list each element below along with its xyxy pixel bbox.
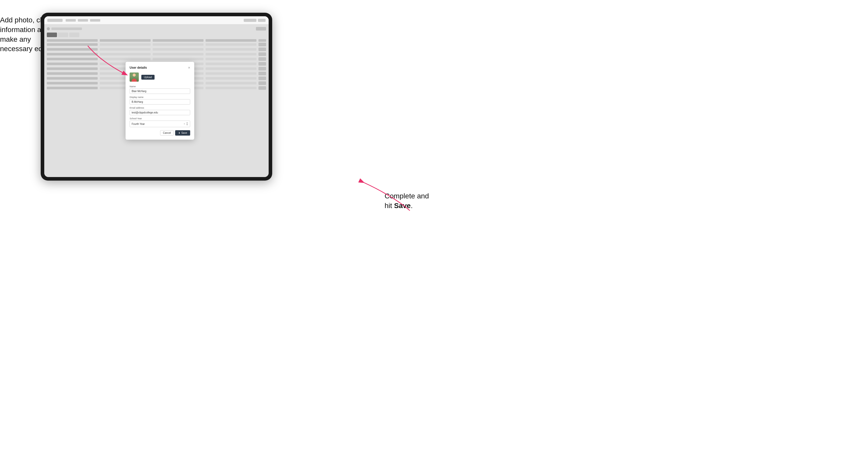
modal-title: User details — [130, 66, 147, 69]
name-input[interactable] — [130, 89, 190, 94]
annotation-right: Complete and hit Save. — [385, 191, 429, 211]
upload-photo-button[interactable]: Upload — [142, 75, 155, 80]
app-header — [44, 16, 269, 24]
school-year-field-group: School Year Fourth Year × ▲ ▼ — [130, 117, 190, 127]
email-input[interactable] — [130, 110, 190, 115]
school-year-label: School Year — [130, 117, 190, 120]
modal-header: User details × — [130, 66, 190, 69]
save-icon: ⬆ — [178, 132, 180, 134]
school-year-value: Fourth Year — [132, 123, 145, 125]
cancel-button[interactable]: Cancel — [160, 130, 174, 135]
email-field-group: Email address — [130, 106, 190, 115]
display-name-label: Display name — [130, 96, 190, 98]
app-header-right — [244, 19, 266, 22]
app-logo — [47, 19, 63, 22]
avatar-image — [130, 72, 139, 82]
tablet-device: User details × Upload Name — [41, 13, 272, 181]
app-content: User details × Upload Name — [44, 24, 269, 177]
select-arrows-icon: ▲ ▼ — [186, 122, 188, 126]
user-details-modal: User details × Upload Name — [126, 62, 194, 139]
select-clear-icon[interactable]: × — [184, 123, 185, 125]
select-controls: × ▲ ▼ — [184, 122, 188, 126]
close-icon[interactable]: × — [188, 66, 190, 69]
nav-item — [78, 19, 88, 22]
photo-section: Upload — [130, 72, 190, 82]
display-name-input[interactable] — [130, 99, 190, 104]
school-year-select[interactable]: Fourth Year × ▲ ▼ — [130, 121, 190, 127]
modal-footer: Cancel ⬆ Save — [130, 130, 190, 135]
header-btn-2 — [258, 19, 266, 22]
header-btn — [244, 19, 256, 22]
save-button[interactable]: ⬆ Save — [175, 130, 190, 135]
display-name-field-group: Display name — [130, 96, 190, 104]
nav-item — [90, 19, 100, 22]
save-label: Save — [181, 131, 187, 134]
tablet-screen: User details × Upload Name — [44, 16, 269, 177]
name-field-group: Name — [130, 85, 190, 94]
app-nav — [66, 19, 100, 22]
user-avatar — [130, 72, 139, 82]
email-label: Email address — [130, 106, 190, 109]
name-label: Name — [130, 85, 190, 88]
main-content: User details × Upload Name — [44, 24, 269, 177]
nav-item — [66, 19, 76, 22]
